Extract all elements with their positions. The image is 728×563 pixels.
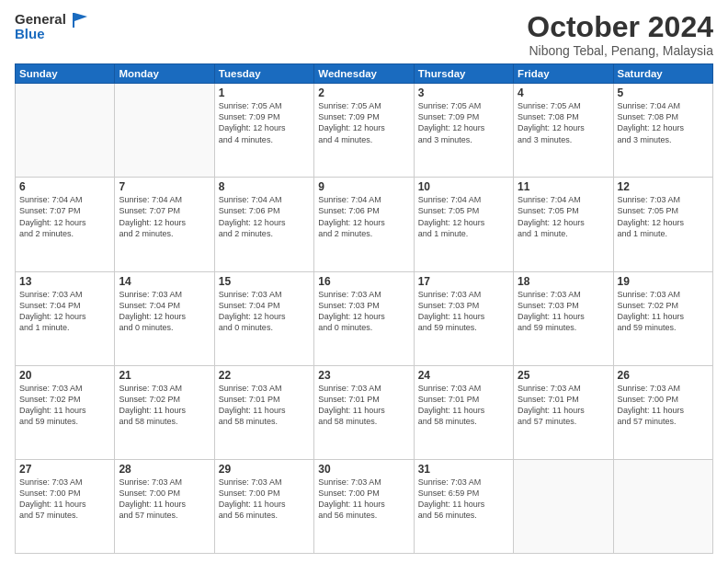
col-header-sunday: Sunday: [16, 64, 115, 84]
calendar-cell: 24Sunrise: 7:03 AM Sunset: 7:01 PM Dayli…: [414, 365, 513, 459]
day-number: 16: [318, 275, 409, 288]
calendar-cell: 22Sunrise: 7:03 AM Sunset: 7:01 PM Dayli…: [214, 365, 313, 459]
calendar-cell: 27Sunrise: 7:03 AM Sunset: 7:00 PM Dayli…: [16, 459, 115, 553]
day-info: Sunrise: 7:03 AM Sunset: 7:03 PM Dayligh…: [418, 289, 509, 334]
day-info: Sunrise: 7:04 AM Sunset: 7:05 PM Dayligh…: [418, 194, 509, 239]
header: General Blue October 2024 Nibong Tebal, …: [15, 11, 713, 58]
calendar-cell: 9Sunrise: 7:04 AM Sunset: 7:06 PM Daylig…: [314, 178, 414, 271]
day-info: Sunrise: 7:03 AM Sunset: 7:02 PM Dayligh…: [618, 289, 709, 334]
calendar-cell: 17Sunrise: 7:03 AM Sunset: 7:03 PM Dayli…: [414, 271, 513, 365]
week-row-3: 13Sunrise: 7:03 AM Sunset: 7:04 PM Dayli…: [16, 271, 713, 365]
day-info: Sunrise: 7:04 AM Sunset: 7:08 PM Dayligh…: [618, 100, 709, 145]
day-number: 23: [318, 369, 409, 382]
day-info: Sunrise: 7:03 AM Sunset: 7:00 PM Dayligh…: [19, 477, 110, 522]
col-header-tuesday: Tuesday: [214, 64, 313, 84]
calendar-cell: 12Sunrise: 7:03 AM Sunset: 7:05 PM Dayli…: [613, 178, 712, 271]
calendar-cell: 13Sunrise: 7:03 AM Sunset: 7:04 PM Dayli…: [16, 271, 115, 365]
day-info: Sunrise: 7:03 AM Sunset: 7:02 PM Dayligh…: [119, 383, 210, 428]
day-number: 28: [119, 463, 210, 476]
week-row-4: 20Sunrise: 7:03 AM Sunset: 7:02 PM Dayli…: [16, 365, 713, 459]
calendar-cell: 30Sunrise: 7:03 AM Sunset: 7:00 PM Dayli…: [314, 459, 414, 553]
calendar-cell: 19Sunrise: 7:03 AM Sunset: 7:02 PM Dayli…: [613, 271, 712, 365]
day-info: Sunrise: 7:03 AM Sunset: 7:02 PM Dayligh…: [19, 383, 110, 428]
day-info: Sunrise: 7:03 AM Sunset: 7:05 PM Dayligh…: [618, 194, 709, 239]
day-info: Sunrise: 7:03 AM Sunset: 7:00 PM Dayligh…: [219, 477, 310, 522]
day-info: Sunrise: 7:03 AM Sunset: 7:00 PM Dayligh…: [318, 477, 409, 522]
calendar-cell: 3Sunrise: 7:05 AM Sunset: 7:09 PM Daylig…: [414, 84, 513, 178]
day-number: 30: [318, 463, 409, 476]
day-info: Sunrise: 7:03 AM Sunset: 7:00 PM Dayligh…: [618, 383, 709, 428]
day-number: 20: [19, 369, 110, 382]
calendar-cell: 7Sunrise: 7:04 AM Sunset: 7:07 PM Daylig…: [115, 178, 214, 271]
calendar-cell: 16Sunrise: 7:03 AM Sunset: 7:03 PM Dayli…: [314, 271, 414, 365]
day-info: Sunrise: 7:03 AM Sunset: 7:01 PM Dayligh…: [219, 383, 310, 428]
day-number: 15: [219, 275, 310, 288]
day-number: 22: [219, 369, 310, 382]
day-info: Sunrise: 7:03 AM Sunset: 7:01 PM Dayligh…: [418, 383, 509, 428]
day-number: 27: [19, 463, 110, 476]
logo-flag-icon: [71, 11, 91, 29]
day-number: 8: [219, 180, 310, 193]
calendar-cell: [115, 84, 214, 178]
calendar-cell: 29Sunrise: 7:03 AM Sunset: 7:00 PM Dayli…: [214, 459, 313, 553]
calendar-cell: 21Sunrise: 7:03 AM Sunset: 7:02 PM Dayli…: [115, 365, 214, 459]
day-number: 17: [418, 275, 509, 288]
calendar-cell: [613, 459, 712, 553]
day-info: Sunrise: 7:03 AM Sunset: 7:04 PM Dayligh…: [119, 289, 210, 334]
calendar-cell: 1Sunrise: 7:05 AM Sunset: 7:09 PM Daylig…: [214, 84, 313, 178]
calendar-cell: 15Sunrise: 7:03 AM Sunset: 7:04 PM Dayli…: [214, 271, 313, 365]
calendar-cell: 5Sunrise: 7:04 AM Sunset: 7:08 PM Daylig…: [613, 84, 712, 178]
day-number: 10: [418, 180, 509, 193]
day-number: 4: [518, 86, 609, 99]
calendar-cell: 26Sunrise: 7:03 AM Sunset: 7:00 PM Dayli…: [613, 365, 712, 459]
day-info: Sunrise: 7:03 AM Sunset: 7:04 PM Dayligh…: [219, 289, 310, 334]
col-header-friday: Friday: [514, 64, 613, 84]
calendar-cell: 31Sunrise: 7:03 AM Sunset: 6:59 PM Dayli…: [414, 459, 513, 553]
calendar-cell: [514, 459, 613, 553]
day-number: 7: [119, 180, 210, 193]
day-number: 13: [19, 275, 110, 288]
day-number: 5: [618, 86, 709, 99]
day-info: Sunrise: 7:03 AM Sunset: 7:01 PM Dayligh…: [518, 383, 609, 428]
col-header-saturday: Saturday: [613, 64, 712, 84]
location-subtitle: Nibong Tebal, Penang, Malaysia: [527, 43, 713, 58]
day-number: 3: [418, 86, 509, 99]
day-number: 6: [19, 180, 110, 193]
calendar-cell: 6Sunrise: 7:04 AM Sunset: 7:07 PM Daylig…: [16, 178, 115, 271]
calendar-table: SundayMondayTuesdayWednesdayThursdayFrid…: [15, 63, 713, 554]
week-row-5: 27Sunrise: 7:03 AM Sunset: 7:00 PM Dayli…: [16, 459, 713, 553]
calendar-cell: 25Sunrise: 7:03 AM Sunset: 7:01 PM Dayli…: [514, 365, 613, 459]
day-number: 19: [618, 275, 709, 288]
day-number: 25: [518, 369, 609, 382]
page: General Blue October 2024 Nibong Tebal, …: [0, 0, 728, 563]
day-info: Sunrise: 7:04 AM Sunset: 7:07 PM Dayligh…: [19, 194, 110, 239]
day-number: 2: [318, 86, 409, 99]
col-header-wednesday: Wednesday: [314, 64, 414, 84]
day-number: 21: [119, 369, 210, 382]
day-info: Sunrise: 7:03 AM Sunset: 7:00 PM Dayligh…: [119, 477, 210, 522]
day-number: 11: [518, 180, 609, 193]
col-header-thursday: Thursday: [414, 64, 513, 84]
day-info: Sunrise: 7:05 AM Sunset: 7:09 PM Dayligh…: [318, 100, 409, 145]
calendar-cell: 20Sunrise: 7:03 AM Sunset: 7:02 PM Dayli…: [16, 365, 115, 459]
day-number: 26: [618, 369, 709, 382]
day-info: Sunrise: 7:03 AM Sunset: 7:01 PM Dayligh…: [318, 383, 409, 428]
day-number: 9: [318, 180, 409, 193]
day-number: 12: [618, 180, 709, 193]
week-row-1: 1Sunrise: 7:05 AM Sunset: 7:09 PM Daylig…: [16, 84, 713, 178]
day-info: Sunrise: 7:05 AM Sunset: 7:09 PM Dayligh…: [418, 100, 509, 145]
calendar-cell: 2Sunrise: 7:05 AM Sunset: 7:09 PM Daylig…: [314, 84, 414, 178]
day-number: 24: [418, 369, 509, 382]
month-title: October 2024: [527, 11, 713, 43]
day-info: Sunrise: 7:03 AM Sunset: 7:03 PM Dayligh…: [518, 289, 609, 334]
day-info: Sunrise: 7:05 AM Sunset: 7:09 PM Dayligh…: [219, 100, 310, 145]
calendar-cell: 23Sunrise: 7:03 AM Sunset: 7:01 PM Dayli…: [314, 365, 414, 459]
logo: General Blue: [15, 11, 91, 41]
day-info: Sunrise: 7:03 AM Sunset: 6:59 PM Dayligh…: [418, 477, 509, 522]
day-info: Sunrise: 7:03 AM Sunset: 7:03 PM Dayligh…: [318, 289, 409, 334]
day-info: Sunrise: 7:04 AM Sunset: 7:07 PM Dayligh…: [119, 194, 210, 239]
day-info: Sunrise: 7:05 AM Sunset: 7:08 PM Dayligh…: [518, 100, 609, 145]
calendar-cell: 4Sunrise: 7:05 AM Sunset: 7:08 PM Daylig…: [514, 84, 613, 178]
calendar-cell: 28Sunrise: 7:03 AM Sunset: 7:00 PM Dayli…: [115, 459, 214, 553]
calendar-cell: 8Sunrise: 7:04 AM Sunset: 7:06 PM Daylig…: [214, 178, 313, 271]
